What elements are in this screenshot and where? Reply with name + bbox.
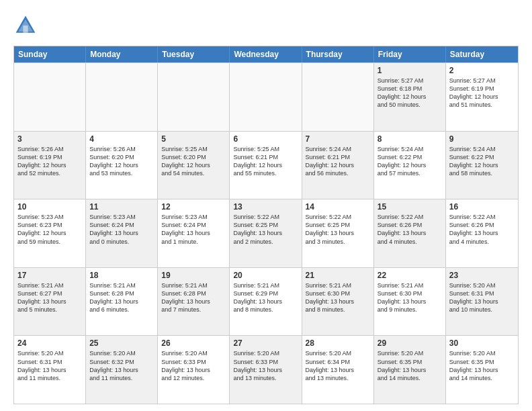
day-info: Sunrise: 5:21 AM Sunset: 6:28 PM Dayligh…: [89, 281, 154, 314]
calendar-cell: [86, 63, 158, 131]
day-number: 10: [17, 202, 82, 212]
day-info: Sunrise: 5:22 AM Sunset: 6:26 PM Dayligh…: [378, 213, 442, 246]
calendar-cell: 2Sunrise: 5:27 AM Sunset: 6:19 PM Daylig…: [446, 63, 518, 131]
day-number: 4: [89, 134, 154, 144]
calendar-cell: 24Sunrise: 5:20 AM Sunset: 6:31 PM Dayli…: [14, 336, 86, 404]
calendar-cell: 9Sunrise: 5:24 AM Sunset: 6:22 PM Daylig…: [446, 132, 518, 199]
day-number: 3: [17, 134, 82, 144]
calendar-cell: 7Sunrise: 5:24 AM Sunset: 6:21 PM Daylig…: [302, 132, 374, 199]
day-info: Sunrise: 5:20 AM Sunset: 6:32 PM Dayligh…: [89, 349, 154, 382]
calendar-cell: [14, 63, 86, 131]
calendar-cell: 11Sunrise: 5:23 AM Sunset: 6:24 PM Dayli…: [86, 199, 158, 267]
day-number: 23: [449, 271, 515, 280]
day-info: Sunrise: 5:21 AM Sunset: 6:30 PM Dayligh…: [306, 281, 370, 314]
page: SundayMondayTuesdayWednesdayThursdayFrid…: [0, 0, 532, 411]
day-number: 19: [161, 271, 226, 280]
day-info: Sunrise: 5:20 AM Sunset: 6:33 PM Dayligh…: [233, 349, 298, 382]
day-number: 2: [449, 66, 515, 75]
day-info: Sunrise: 5:23 AM Sunset: 6:24 PM Dayligh…: [89, 213, 154, 246]
day-info: Sunrise: 5:20 AM Sunset: 6:34 PM Dayligh…: [306, 349, 370, 382]
calendar-cell: 16Sunrise: 5:22 AM Sunset: 6:26 PM Dayli…: [446, 199, 518, 267]
calendar-cell: 28Sunrise: 5:20 AM Sunset: 6:34 PM Dayli…: [302, 336, 374, 404]
day-number: 7: [306, 134, 370, 144]
header-day-tuesday: Tuesday: [158, 46, 230, 62]
day-number: 22: [378, 271, 442, 280]
day-number: 30: [449, 338, 515, 348]
calendar-cell: [230, 63, 302, 131]
day-number: 29: [378, 338, 442, 348]
day-number: 6: [233, 134, 298, 144]
header-day-sunday: Sunday: [14, 46, 86, 62]
day-number: 20: [233, 271, 298, 280]
day-number: 17: [17, 271, 82, 280]
calendar-cell: 5Sunrise: 5:25 AM Sunset: 6:20 PM Daylig…: [158, 132, 230, 199]
calendar-row-4: 17Sunrise: 5:21 AM Sunset: 6:27 PM Dayli…: [14, 267, 518, 336]
day-info: Sunrise: 5:20 AM Sunset: 6:31 PM Dayligh…: [17, 349, 82, 382]
calendar-cell: 21Sunrise: 5:21 AM Sunset: 6:30 PM Dayli…: [302, 268, 374, 336]
header-day-friday: Friday: [374, 46, 446, 62]
calendar-cell: 25Sunrise: 5:20 AM Sunset: 6:32 PM Dayli…: [86, 336, 158, 404]
day-info: Sunrise: 5:24 AM Sunset: 6:22 PM Dayligh…: [449, 145, 515, 178]
calendar-cell: 22Sunrise: 5:21 AM Sunset: 6:30 PM Dayli…: [374, 268, 446, 336]
calendar-cell: 3Sunrise: 5:26 AM Sunset: 6:19 PM Daylig…: [14, 132, 86, 199]
calendar-header: SundayMondayTuesdayWednesdayThursdayFrid…: [14, 46, 518, 62]
svg-rect-2: [23, 26, 28, 33]
calendar-row-2: 3Sunrise: 5:26 AM Sunset: 6:19 PM Daylig…: [14, 131, 518, 199]
day-info: Sunrise: 5:22 AM Sunset: 6:25 PM Dayligh…: [306, 213, 370, 246]
day-number: 12: [161, 202, 226, 212]
calendar-body: 1Sunrise: 5:27 AM Sunset: 6:18 PM Daylig…: [14, 62, 518, 404]
day-number: 18: [89, 271, 154, 280]
day-info: Sunrise: 5:24 AM Sunset: 6:21 PM Dayligh…: [306, 145, 370, 178]
calendar-cell: 12Sunrise: 5:23 AM Sunset: 6:24 PM Dayli…: [158, 199, 230, 267]
day-info: Sunrise: 5:23 AM Sunset: 6:23 PM Dayligh…: [17, 213, 82, 246]
day-info: Sunrise: 5:22 AM Sunset: 6:26 PM Dayligh…: [449, 213, 515, 246]
day-info: Sunrise: 5:25 AM Sunset: 6:21 PM Dayligh…: [233, 145, 298, 178]
day-info: Sunrise: 5:24 AM Sunset: 6:22 PM Dayligh…: [378, 145, 442, 178]
calendar-row-5: 24Sunrise: 5:20 AM Sunset: 6:31 PM Dayli…: [14, 335, 518, 404]
calendar-cell: 18Sunrise: 5:21 AM Sunset: 6:28 PM Dayli…: [86, 268, 158, 336]
day-number: 15: [378, 202, 442, 212]
day-number: 26: [161, 338, 226, 348]
day-info: Sunrise: 5:20 AM Sunset: 6:35 PM Dayligh…: [378, 349, 442, 382]
day-info: Sunrise: 5:20 AM Sunset: 6:33 PM Dayligh…: [161, 349, 226, 382]
calendar-cell: 19Sunrise: 5:21 AM Sunset: 6:28 PM Dayli…: [158, 268, 230, 336]
day-number: 9: [449, 134, 515, 144]
logo: [13, 13, 40, 38]
day-info: Sunrise: 5:21 AM Sunset: 6:29 PM Dayligh…: [233, 281, 298, 314]
day-number: 28: [306, 338, 370, 348]
calendar-row-3: 10Sunrise: 5:23 AM Sunset: 6:23 PM Dayli…: [14, 199, 518, 267]
day-info: Sunrise: 5:26 AM Sunset: 6:19 PM Dayligh…: [17, 145, 82, 178]
calendar-cell: 26Sunrise: 5:20 AM Sunset: 6:33 PM Dayli…: [158, 336, 230, 404]
calendar-cell: [158, 63, 230, 131]
day-number: 14: [306, 202, 370, 212]
day-number: 13: [233, 202, 298, 212]
calendar-cell: 29Sunrise: 5:20 AM Sunset: 6:35 PM Dayli…: [374, 336, 446, 404]
day-info: Sunrise: 5:23 AM Sunset: 6:24 PM Dayligh…: [161, 213, 226, 246]
day-info: Sunrise: 5:25 AM Sunset: 6:20 PM Dayligh…: [161, 145, 226, 178]
day-number: 8: [378, 134, 442, 144]
calendar-cell: [302, 63, 374, 131]
day-number: 5: [161, 134, 226, 144]
header-day-saturday: Saturday: [446, 46, 518, 62]
header-area: [13, 13, 519, 38]
header-day-monday: Monday: [86, 46, 158, 62]
calendar-cell: 17Sunrise: 5:21 AM Sunset: 6:27 PM Dayli…: [14, 268, 86, 336]
calendar-cell: 14Sunrise: 5:22 AM Sunset: 6:25 PM Dayli…: [302, 199, 374, 267]
calendar: SundayMondayTuesdayWednesdayThursdayFrid…: [13, 46, 519, 404]
calendar-cell: 30Sunrise: 5:20 AM Sunset: 6:35 PM Dayli…: [446, 336, 518, 404]
calendar-cell: 13Sunrise: 5:22 AM Sunset: 6:25 PM Dayli…: [230, 199, 302, 267]
day-number: 25: [89, 338, 154, 348]
day-number: 27: [233, 338, 298, 348]
day-info: Sunrise: 5:21 AM Sunset: 6:28 PM Dayligh…: [161, 281, 226, 314]
calendar-cell: 23Sunrise: 5:20 AM Sunset: 6:31 PM Dayli…: [446, 268, 518, 336]
calendar-cell: 10Sunrise: 5:23 AM Sunset: 6:23 PM Dayli…: [14, 199, 86, 267]
calendar-cell: 15Sunrise: 5:22 AM Sunset: 6:26 PM Dayli…: [374, 199, 446, 267]
calendar-row-1: 1Sunrise: 5:27 AM Sunset: 6:18 PM Daylig…: [14, 62, 518, 131]
day-info: Sunrise: 5:21 AM Sunset: 6:30 PM Dayligh…: [378, 281, 442, 314]
day-info: Sunrise: 5:22 AM Sunset: 6:25 PM Dayligh…: [233, 213, 298, 246]
day-number: 21: [306, 271, 370, 280]
calendar-cell: 1Sunrise: 5:27 AM Sunset: 6:18 PM Daylig…: [374, 63, 446, 131]
header-day-wednesday: Wednesday: [230, 46, 302, 62]
header-day-thursday: Thursday: [302, 46, 374, 62]
day-info: Sunrise: 5:20 AM Sunset: 6:31 PM Dayligh…: [449, 281, 515, 314]
